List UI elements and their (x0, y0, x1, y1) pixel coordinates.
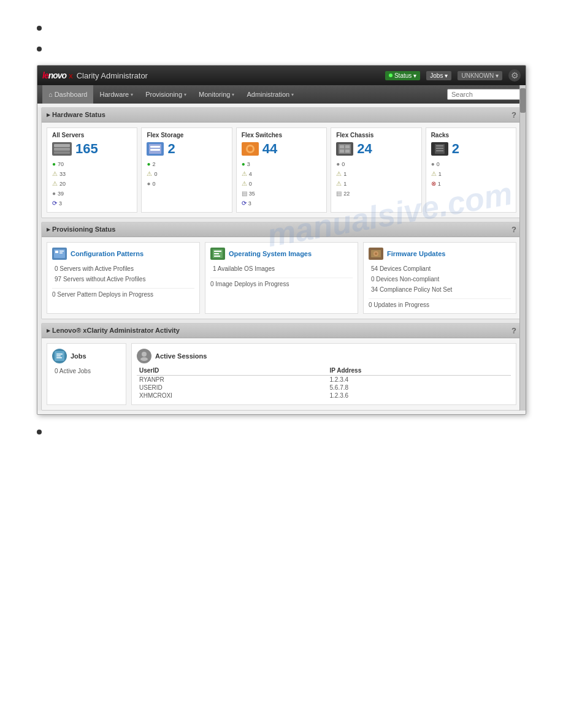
scrollbar-thumb[interactable] (520, 88, 526, 113)
title-bar-controls: Status ▾ Jobs ▾ UNKNOWN ▾ ⚙ (385, 69, 521, 82)
hw-servers-title: All Servers (52, 132, 132, 138)
hw-servers-count: 165 (75, 141, 98, 157)
x-logo: x (69, 71, 73, 80)
session-ip: 1.2.3.6 (327, 392, 511, 400)
jobs-arrow: ▾ (445, 72, 448, 79)
status-dot (389, 74, 393, 77)
svg-rect-24 (214, 256, 220, 257)
prov-card-os: Operating System Images 1 Available OS I… (205, 242, 358, 314)
status-button[interactable]: Status ▾ (385, 71, 420, 80)
jobs-label: Jobs (430, 72, 443, 79)
sessions-card-header: Active Sessions (137, 349, 511, 363)
prov-card-config: Configuration Patterns 0 Servers with Ac… (47, 242, 200, 314)
hardware-status-header: ▸ Hardware Status ? (42, 108, 521, 123)
firmware-title: Firmware Updates (387, 250, 445, 257)
hw-switches-count-row: 44 (242, 141, 321, 157)
table-row: XHMCROXI1.2.3.6 (137, 392, 511, 400)
hw-card-racks: Racks 2 ●0 ⚠1 ⊗1 (426, 127, 516, 213)
activity-help-icon[interactable]: ? (511, 326, 516, 335)
svg-point-27 (375, 252, 377, 255)
svg-point-33 (140, 357, 148, 361)
svg-rect-15 (436, 148, 443, 149)
config-stat-1: 0 Servers with Active Profiles (52, 264, 194, 274)
firmware-stat-3: 34 Compliance Policy Not Set (369, 284, 511, 295)
svg-rect-9 (340, 145, 344, 148)
provisioning-help-icon[interactable]: ? (511, 225, 516, 234)
hw-card-chassis: Flex Chassis 24 ●0 ⚠1 ⚠1 (331, 127, 421, 213)
svg-rect-22 (214, 251, 221, 252)
status-arrow: ▾ (413, 72, 416, 79)
dashboard-icon: ⌂ (48, 91, 53, 98)
hardware-status-title: ▸ Hardware Status (47, 111, 105, 119)
firmware-stat-2: 0 Devices Non-compliant (369, 274, 511, 284)
hw-card-switches: Flex Switches 44 ●3 ⚠4 ⚠0 (236, 127, 327, 213)
activity-title: ▸ Lenovo® xClarity Administrator Activit… (47, 327, 180, 335)
prov-firmware-header: Firmware Updates (369, 248, 511, 260)
svg-rect-19 (59, 251, 64, 252)
racks-icon (431, 142, 448, 156)
sessions-col-userid: UserID (137, 366, 327, 376)
nav-bar: ⌂ Dashboard Hardware ▾ Provisioning ▾ Mo… (37, 85, 526, 104)
nav-administration[interactable]: Administration ▾ (240, 85, 300, 104)
hw-storage-count-row: 2 (147, 141, 226, 157)
nav-monitoring[interactable]: Monitoring ▾ (193, 85, 240, 104)
provisioning-status-title: ▸ Provisioning Status (47, 226, 115, 233)
svg-rect-0 (54, 144, 70, 147)
unknown-arrow: ▾ (496, 72, 499, 79)
nav-dashboard[interactable]: ⌂ Dashboard (42, 85, 93, 104)
hw-storage-count: 2 (167, 141, 175, 157)
config-patterns-icon (52, 248, 67, 260)
hw-servers-count-row: 165 (52, 141, 132, 157)
hardware-status-grid: All Servers 165 ●70 ⚠33 ⚠20 (42, 123, 521, 218)
hw-servers-sub: ●70 ⚠33 ⚠20 ●39 ⟳3 (52, 159, 132, 208)
hw-chassis-sub: ●0 ⚠1 ⚠1 ▤22 (336, 159, 416, 199)
settings-icon: ⚙ (511, 70, 519, 80)
session-userid: RYANPR (137, 376, 327, 384)
svg-point-32 (142, 352, 147, 357)
provisioning-grid: Configuration Patterns 0 Servers with Ac… (42, 237, 521, 319)
svg-rect-1 (54, 148, 70, 151)
svg-rect-4 (150, 146, 160, 148)
hardware-help-icon[interactable]: ? (511, 110, 516, 119)
table-row: RYANPR1.2.3.4 (137, 376, 511, 384)
sessions-icon (137, 349, 151, 363)
firmware-footer: 0 Updates in Progress (369, 298, 511, 308)
prov-config-header: Configuration Patterns (52, 248, 194, 260)
svg-rect-29 (56, 354, 63, 355)
prov-os-header: Operating System Images (210, 248, 353, 260)
scrollbar[interactable] (519, 85, 526, 411)
hw-racks-sub: ●0 ⚠1 ⊗1 (431, 159, 511, 189)
session-ip: 1.2.3.4 (327, 376, 511, 384)
administration-arrow-icon: ▾ (291, 92, 294, 97)
hw-chassis-count-row: 24 (336, 141, 416, 157)
hardware-status-section: ▸ Hardware Status ? All Servers 165 (41, 107, 522, 218)
bullet-item-3 (37, 427, 526, 437)
search-input[interactable] (447, 89, 521, 100)
nav-hardware[interactable]: Hardware ▾ (93, 85, 139, 104)
prov-card-firmware: Firmware Updates 54 Devices Compliant 0 … (363, 242, 516, 314)
app-window: lenovo x Clarity Administrator Status ▾ … (37, 65, 526, 415)
hw-racks-count: 2 (452, 141, 459, 157)
firmware-stat-1: 54 Devices Compliant (369, 264, 511, 274)
svg-rect-14 (436, 145, 443, 146)
nav-provisioning[interactable]: Provisioning ▾ (139, 85, 193, 104)
hw-chassis-count: 24 (357, 141, 372, 157)
os-stat-1: 1 Available OS Images (210, 264, 353, 274)
svg-rect-11 (340, 150, 344, 153)
hw-racks-title: Racks (431, 132, 511, 138)
settings-button[interactable]: ⚙ (508, 69, 521, 82)
svg-rect-23 (214, 253, 219, 254)
activity-section: ▸ Lenovo® xClarity Administrator Activit… (41, 323, 522, 411)
sessions-title: Active Sessions (155, 352, 207, 360)
provisioning-status-header: ▸ Provisioning Status ? (42, 222, 521, 237)
jobs-icon (52, 349, 67, 363)
unknown-button[interactable]: UNKNOWN ▾ (458, 71, 502, 80)
svg-rect-5 (150, 149, 160, 151)
os-images-title: Operating System Images (229, 250, 312, 257)
svg-point-7 (248, 146, 253, 151)
bullet-item-2 (37, 44, 526, 54)
session-userid: USERID (137, 384, 327, 392)
jobs-button[interactable]: Jobs ▾ (426, 71, 451, 80)
activity-grid: Jobs 0 Active Jobs Active Sessions (42, 338, 521, 410)
jobs-stat: 0 Active Jobs (52, 366, 121, 376)
